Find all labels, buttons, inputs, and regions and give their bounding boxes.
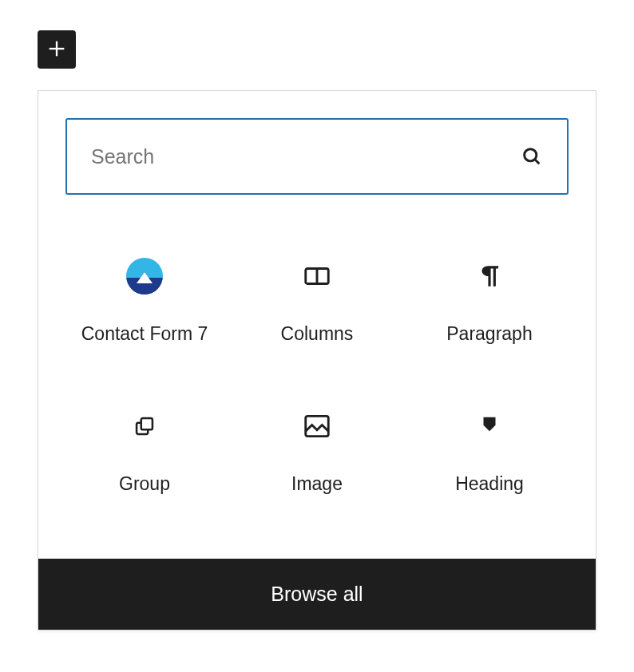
search-box[interactable] [65,118,569,195]
plus-icon [46,38,68,62]
add-block-button[interactable] [38,30,76,69]
block-contact-form-7[interactable]: Contact Form 7 [58,227,231,377]
image-icon [298,407,336,445]
block-heading[interactable]: Heading [403,377,576,527]
columns-icon [298,257,336,295]
block-label: Image [291,471,343,496]
search-container [38,91,596,211]
block-label: Contact Form 7 [81,321,208,346]
search-input[interactable] [91,145,521,168]
browse-all-button[interactable]: Browse all [38,559,596,630]
block-paragraph[interactable]: Paragraph [403,227,576,377]
block-image[interactable]: Image [231,377,403,527]
block-inserter-panel: Contact Form 7 Columns Paragraph [38,90,596,630]
svg-point-2 [525,149,537,161]
block-label: Group [119,471,170,496]
block-label: Heading [455,471,524,496]
group-icon [125,407,164,445]
search-icon [521,145,543,168]
svg-rect-6 [141,418,153,429]
contact-form-7-icon [125,257,164,295]
heading-icon [470,407,509,445]
browse-all-label: Browse all [271,583,363,605]
svg-rect-7 [306,417,329,437]
block-label: Columns [281,321,354,346]
block-group[interactable]: Group [58,377,231,527]
block-label: Paragraph [446,321,532,346]
block-columns[interactable]: Columns [231,227,403,377]
blocks-grid: Contact Form 7 Columns Paragraph [38,211,596,559]
paragraph-icon [470,257,509,295]
svg-line-3 [535,160,539,164]
